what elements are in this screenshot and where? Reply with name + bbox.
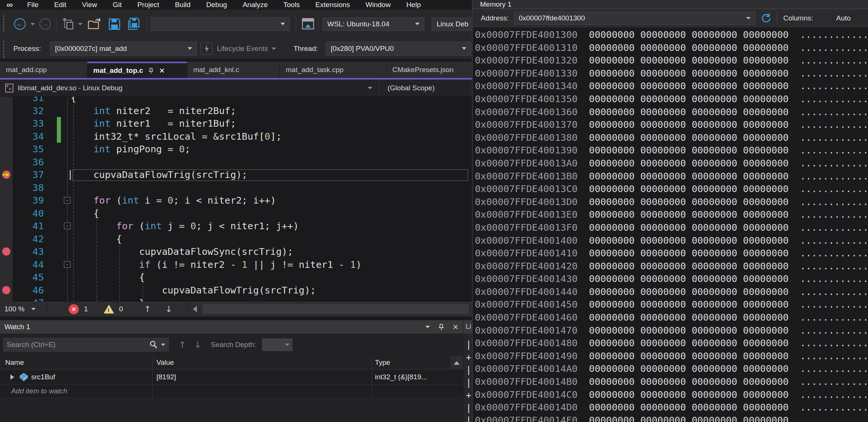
menu-file[interactable]: File xyxy=(19,0,46,10)
columns-combobox[interactable]: Auto xyxy=(831,12,868,25)
code-editor[interactable]: 31{32 int niter2 = niter2Buf;33 int nite… xyxy=(0,97,472,302)
breakpoint-icon[interactable] xyxy=(2,247,10,256)
code-line-42[interactable]: 42 { xyxy=(0,233,472,246)
menu-git[interactable]: Git xyxy=(105,0,129,10)
tab-mat_add.cpp[interactable]: mat_add.cpp xyxy=(0,62,87,78)
search-up-icon[interactable]: ↑ xyxy=(179,340,186,350)
code-line-41[interactable]: 41- for (int j = 0; j < niter1; j++) xyxy=(0,220,472,233)
breakpoint-margin[interactable] xyxy=(0,194,13,207)
previous-issue-icon[interactable]: ↑ xyxy=(144,304,151,314)
column-header-type[interactable]: Type xyxy=(372,356,463,369)
menu-edit[interactable]: Edit xyxy=(46,0,74,10)
pin-icon[interactable] xyxy=(148,68,154,74)
memory-row[interactable]: 0x00007FFDE4001330 00000000 00000000 000… xyxy=(473,67,868,80)
warning-count-icon[interactable]: ! xyxy=(104,305,114,314)
memory-row[interactable]: 0x00007FFDE4001440 00000000 00000000 000… xyxy=(473,285,868,298)
new-window-icon[interactable]: ✱ xyxy=(62,10,76,38)
memory-row[interactable]: 0x00007FFDE40013A0 00000000 00000000 000… xyxy=(473,157,868,170)
window-position-dropdown-icon[interactable] xyxy=(425,326,430,328)
breakpoint-margin[interactable] xyxy=(0,233,13,246)
code-line-34[interactable]: 34 int32_t* src1Local = &src1Buf[0]; xyxy=(0,130,472,143)
breakpoint-margin[interactable] xyxy=(0,156,13,169)
code-line-43[interactable]: 43 cupvaDataFlowSync(srcTrig); xyxy=(0,245,472,258)
memory-row[interactable]: 0x00007FFDE40013B0 00000000 00000000 000… xyxy=(473,170,868,183)
search-icon[interactable] xyxy=(149,340,158,349)
tree-line-glyph[interactable]: | xyxy=(466,365,471,375)
new-window-dropdown[interactable] xyxy=(78,10,82,38)
code-line-44[interactable]: 44- if (i != niter2 - 1 || j != niter1 -… xyxy=(0,258,472,271)
memory-row[interactable]: 0x00007FFDE40014B0 00000000 00000000 000… xyxy=(473,375,868,388)
code-line-36[interactable]: 36 xyxy=(0,156,472,169)
pin-icon[interactable] xyxy=(438,324,444,331)
search-options-dropdown-icon[interactable] xyxy=(161,344,165,346)
memory-row[interactable]: 0x00007FFDE40014E0 00000000 00000000 000… xyxy=(473,414,868,422)
tree-line-glyph[interactable]: | xyxy=(466,377,471,388)
search-input-box[interactable] xyxy=(3,338,169,352)
code-line-32[interactable]: 32 int niter2 = niter2Buf; xyxy=(0,104,472,117)
tab-mat_add_knl.c[interactable]: mat_add_knl.c xyxy=(187,62,279,78)
expander-icon[interactable] xyxy=(10,374,14,380)
search-input[interactable] xyxy=(7,341,149,349)
project-dropdown[interactable]: ++ libmat_add_dev.so - Linux Debug xyxy=(0,79,379,96)
collapse-icon[interactable]: - xyxy=(64,261,71,268)
tab-mat_add_task.cpp[interactable]: mat_add_task.cpp xyxy=(280,62,386,78)
breakpoint-margin[interactable] xyxy=(0,271,13,284)
search-depth-combobox[interactable] xyxy=(262,338,292,351)
memory-row[interactable]: 0x00007FFDE40013E0 00000000 00000000 000… xyxy=(473,208,868,221)
breakpoint-margin[interactable] xyxy=(0,168,13,181)
code-line-31[interactable]: 31{ xyxy=(0,97,472,104)
breakpoint-margin[interactable] xyxy=(0,104,13,117)
hidden-panel-strip[interactable]: Li |+||+|| xyxy=(463,320,472,422)
save-icon[interactable] xyxy=(108,10,121,38)
code-line-45[interactable]: 45 { xyxy=(0,271,472,284)
toolbar-grip[interactable] xyxy=(3,15,4,33)
memory-row[interactable]: 0x00007FFDE40013D0 00000000 00000000 000… xyxy=(473,195,868,208)
refresh-icon[interactable] xyxy=(761,13,772,24)
tree-line-glyph[interactable]: | xyxy=(466,415,471,422)
menu-help[interactable]: Help xyxy=(398,0,428,10)
debug-target-combobox[interactable]: WSL: Ubuntu-18.04 xyxy=(323,10,424,38)
memory-row[interactable]: 0x00007FFDE40014D0 00000000 00000000 000… xyxy=(473,401,868,414)
memory-row[interactable]: 0x00007FFDE4001310 00000000 00000000 000… xyxy=(473,41,868,54)
navigate-forward-button[interactable]: → xyxy=(39,10,51,38)
breakpoint-margin[interactable] xyxy=(0,258,13,271)
breakpoint-margin[interactable] xyxy=(0,143,13,156)
search-down-icon[interactable]: ↓ xyxy=(194,340,201,350)
code-line-39[interactable]: 39- for (int i = 0; i < niter2; i++) xyxy=(0,194,472,207)
navigate-back-button[interactable]: ← xyxy=(14,10,26,38)
breakpoint-icon[interactable] xyxy=(2,286,10,294)
debug-config-combobox[interactable]: Linux Deb xyxy=(432,10,472,38)
scope-dropdown[interactable]: (Global Scope) xyxy=(379,79,472,96)
code-line-35[interactable]: 35 int pingPong = 0; xyxy=(0,143,472,156)
menu-window[interactable]: Window xyxy=(358,0,399,10)
memory-row[interactable]: 0x00007FFDE4001300 00000000 00000000 000… xyxy=(473,28,868,41)
code-line-47[interactable]: 47 } xyxy=(0,296,472,302)
hscroll-left-arrow[interactable] xyxy=(188,306,197,312)
breakpoint-margin[interactable] xyxy=(0,97,13,104)
breakpoint-margin[interactable] xyxy=(0,245,13,258)
next-issue-icon[interactable]: ↓ xyxy=(165,304,172,314)
thread-combobox[interactable]: [0x280] PVA0/VPU0 xyxy=(326,38,471,59)
save-all-icon[interactable] xyxy=(126,10,141,38)
process-combobox[interactable]: [0x0000027c] mat_add xyxy=(50,38,197,59)
address-dropdown-icon[interactable] xyxy=(746,17,751,19)
memory-row[interactable]: 0x00007FFDE4001390 00000000 00000000 000… xyxy=(473,144,868,157)
memory-row[interactable]: 0x00007FFDE40014C0 00000000 00000000 000… xyxy=(473,388,868,401)
lifecycle-events-button[interactable]: Lifecycle Events xyxy=(201,38,276,59)
debug-bar-grip[interactable] xyxy=(3,40,4,58)
menu-project[interactable]: Project xyxy=(130,0,167,10)
memory-row[interactable]: 0x00007FFDE40013F0 00000000 00000000 000… xyxy=(473,221,868,234)
memory-row[interactable]: 0x00007FFDE4001360 00000000 00000000 000… xyxy=(473,106,868,119)
memory-row[interactable]: 0x00007FFDE4001350 00000000 00000000 000… xyxy=(473,92,868,106)
breakpoint-margin[interactable] xyxy=(0,207,13,220)
memory-row[interactable]: 0x00007FFDE4001450 00000000 00000000 000… xyxy=(473,298,868,311)
open-folder-icon[interactable] xyxy=(87,10,102,38)
zoom-combobox[interactable]: 100 % xyxy=(0,305,48,313)
tree-line-glyph[interactable]: | xyxy=(466,340,471,350)
menu-build[interactable]: Build xyxy=(167,0,198,10)
memory-row[interactable]: 0x00007FFDE4001380 00000000 00000000 000… xyxy=(473,131,868,144)
collapse-icon[interactable]: - xyxy=(64,197,71,204)
breakpoint-margin[interactable] xyxy=(0,284,13,297)
environment-home-icon[interactable] xyxy=(301,10,315,38)
watch-add-row[interactable]: Add item to watch xyxy=(0,384,463,398)
